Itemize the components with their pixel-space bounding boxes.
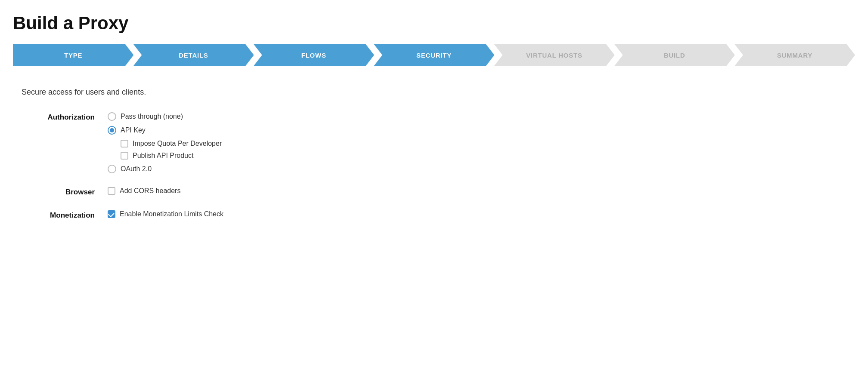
authorization-options: Pass through (none) API Key Impose Quota… [108,112,222,173]
monetization-section: Monetization Enable Monetization Limits … [22,210,846,220]
radio-circle-api-key [108,126,116,135]
checkbox-label-monetization: Enable Monetization Limits Check [120,210,223,218]
radio-label-pass-through: Pass through (none) [121,113,183,120]
content-area: Secure access for users and clients. Aut… [13,83,855,238]
checkbox-label-cors: Add CORS headers [120,187,180,195]
radio-oauth[interactable]: OAuth 2.0 [108,165,222,173]
browser-label: Browser [22,187,108,197]
checkbox-impose-quota[interactable]: Impose Quota Per Developer [121,140,222,147]
monetization-label: Monetization [22,210,108,220]
step-details[interactable]: DETAILS [133,44,254,66]
step-security[interactable]: SECURITY [374,44,494,66]
step-flows[interactable]: FLOWS [254,44,374,66]
step-summary[interactable]: SUMMARY [735,44,855,66]
checkbox-label-impose-quota: Impose Quota Per Developer [133,140,222,147]
checkbox-label-publish-product: Publish API Product [133,152,193,160]
section-description: Secure access for users and clients. [22,88,846,97]
radio-label-oauth: OAuth 2.0 [121,165,152,173]
checkbox-box-publish-product [121,152,128,160]
radio-pass-through[interactable]: Pass through (none) [108,112,222,121]
radio-label-api-key: API Key [121,126,146,134]
browser-section: Browser Add CORS headers [22,187,846,197]
authorization-section: Authorization Pass through (none) API Ke… [22,112,846,173]
checkbox-box-monetization [108,210,115,218]
checkbox-box-cors [108,187,115,195]
checkbox-publish-product[interactable]: Publish API Product [121,152,222,160]
step-type[interactable]: TYPE [13,44,133,66]
checkbox-cors[interactable]: Add CORS headers [108,187,180,195]
stepper: TYPE DETAILS FLOWS SECURITY VIRTUAL HOST… [13,44,855,66]
page-title: Build a Proxy [13,9,855,34]
checkbox-box-impose-quota [121,140,128,147]
authorization-label: Authorization [22,112,108,122]
radio-circle-pass-through [108,112,116,121]
step-build[interactable]: BUILD [614,44,735,66]
radio-circle-oauth [108,165,116,173]
monetization-options: Enable Monetization Limits Check [108,210,223,218]
browser-options: Add CORS headers [108,187,180,195]
checkbox-monetization[interactable]: Enable Monetization Limits Check [108,210,223,218]
step-virtual-hosts[interactable]: VIRTUAL HOSTS [494,44,614,66]
radio-api-key[interactable]: API Key [108,126,222,135]
api-key-sub-options: Impose Quota Per Developer Publish API P… [108,140,222,160]
